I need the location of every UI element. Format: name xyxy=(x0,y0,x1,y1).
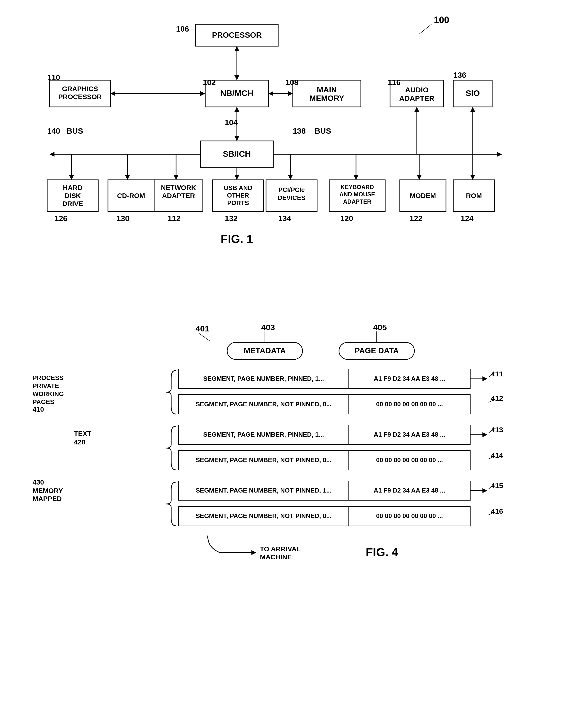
brace-memory-mapped xyxy=(166,482,176,526)
ref-102: 102 xyxy=(203,78,216,87)
pci-label2: DEVICES xyxy=(277,194,305,201)
row-411-metadata-text: SEGMENT, PAGE NUMBER, PINNED, 1... xyxy=(203,375,324,382)
arrow-cdrom xyxy=(125,175,130,180)
arrow-proc-nb-up xyxy=(234,46,239,51)
ref-134: 134 xyxy=(278,214,291,223)
ref-130: 130 xyxy=(116,214,129,223)
hdd-label2: DISK xyxy=(64,192,81,199)
page-data-label: PAGE DATA xyxy=(355,346,399,355)
process-private-label2: PRIVATE xyxy=(33,382,59,390)
cdrom-label: CD-ROM xyxy=(117,192,145,199)
row-413-data-text: A1 F9 D2 34 AA E3 48 ... xyxy=(374,431,445,438)
network-label1: NETWORK xyxy=(161,184,196,191)
kbd-label1: KEYBOARD xyxy=(341,184,374,190)
nb-mch-label: NB/MCH xyxy=(220,88,253,98)
graphics-proc-label2: PROCESSOR xyxy=(58,93,102,101)
arrow-usb xyxy=(234,175,239,180)
row-415-metadata-text: SEGMENT, PAGE NUMBER, NOT PINNED, 1... xyxy=(195,487,332,494)
ref-401: 401 xyxy=(195,324,209,333)
hdd-label1: HARD xyxy=(63,184,82,191)
audio-adapter-label2: ADAPTER xyxy=(399,94,434,102)
process-private-label4: PAGES xyxy=(33,398,54,406)
bus-140-label: BUS xyxy=(67,127,83,135)
row-416-metadata-text: SEGMENT, PAGE NUMBER, NOT PINNED, 0... xyxy=(195,512,332,520)
process-private-label1: PROCESS xyxy=(33,374,63,381)
row-411-data-text: A1 F9 D2 34 AA E3 48 ... xyxy=(374,375,445,382)
row-413-metadata-text: SEGMENT, PAGE NUMBER, PINNED, 1... xyxy=(203,431,324,438)
row-412-data-text: 00 00 00 00 00 00 00 ... xyxy=(376,400,443,408)
brace-process-private xyxy=(166,370,176,414)
ref-414: 414 xyxy=(491,451,503,459)
arrow-bus-right xyxy=(497,152,502,157)
audio-adapter-label: AUDIO xyxy=(405,86,429,94)
kbd-label3: ADAPTER xyxy=(343,198,371,205)
ref-122: 122 xyxy=(410,214,422,223)
text-label: TEXT xyxy=(74,430,91,437)
ref-132: 132 xyxy=(225,214,237,223)
main-memory-label2: MEMORY xyxy=(309,94,344,103)
ref-420: 420 xyxy=(74,438,85,446)
arrow-rom xyxy=(470,175,475,180)
usb-label3: PORTS xyxy=(227,199,249,207)
fig1-diagram: 100 PROCESSOR 106 NB/MCH 102 MAIN MEMORY xyxy=(25,10,536,301)
pci-label1: PCI/PCIe xyxy=(278,186,305,193)
arrow-nb-sb-up xyxy=(234,107,239,112)
metadata-label: METADATA xyxy=(244,346,286,355)
arrow-nb-mm-left xyxy=(268,91,273,96)
arrow-sio-up xyxy=(470,107,475,112)
ref-138: 138 xyxy=(293,127,306,135)
bus-138-label: BUS xyxy=(315,127,331,135)
sb-ich-label: SB/ICH xyxy=(223,149,251,158)
ref-140: 140 xyxy=(47,127,60,135)
network-label2: ADAPTER xyxy=(162,192,195,199)
fig4-container: 401 403 405 METADATA PAGE DATA PROCESS P… xyxy=(25,317,536,707)
row-415-data-text: A1 F9 D2 34 AA E3 48 ... xyxy=(374,487,445,494)
arrow-pci xyxy=(288,175,293,180)
fig4-label: FIG. 4 xyxy=(366,546,398,559)
ref-104: 104 xyxy=(225,118,238,127)
arrow-audio-up xyxy=(414,107,419,112)
ref-100: 100 xyxy=(434,15,449,25)
ref-430: 430 xyxy=(33,478,44,486)
ref-110: 110 xyxy=(47,73,60,82)
ref-405: 405 xyxy=(373,323,387,332)
arrow-411-head xyxy=(483,376,487,381)
process-private-label3: WORKING xyxy=(33,390,64,398)
rom-label: ROM xyxy=(466,192,482,199)
arrow-net xyxy=(174,175,178,180)
row-416-data-text: 00 00 00 00 00 00 00 ... xyxy=(376,512,443,520)
svg-line-18 xyxy=(198,333,210,341)
fig4-diagram: 401 403 405 METADATA PAGE DATA PROCESS P… xyxy=(25,317,536,706)
row-414-data-text: 00 00 00 00 00 00 00 ... xyxy=(376,456,443,464)
arrow-415-head xyxy=(483,488,487,493)
hdd-label3: DRIVE xyxy=(62,200,83,208)
arrow-kbd xyxy=(354,175,359,180)
ref-120: 120 xyxy=(340,214,353,223)
main-memory-label: MAIN xyxy=(317,85,337,94)
modem-label: MODEM xyxy=(410,192,436,199)
ref-136: 136 xyxy=(453,71,466,79)
ref-126: 126 xyxy=(54,214,67,223)
to-arrival-arrow xyxy=(208,536,256,553)
arrow-bus-left xyxy=(50,152,54,157)
kbd-label2: AND MOUSE xyxy=(339,191,375,198)
row-414-metadata-text: SEGMENT, PAGE NUMBER, NOT PINNED, 0... xyxy=(195,456,332,464)
ref-112: 112 xyxy=(167,214,180,223)
graphics-proc-label: GRAPHICS xyxy=(62,85,98,93)
arrow-nb-mm-right xyxy=(288,91,293,96)
to-arrival-label2: MACHINE xyxy=(260,553,292,561)
arrow-gfx-nb-left xyxy=(110,91,115,96)
usb-label1: USB AND xyxy=(224,184,252,191)
arrow-proc-nb-down xyxy=(234,75,239,80)
brace-text xyxy=(166,426,176,470)
ref-410: 410 xyxy=(33,406,44,413)
sio-label: SIO xyxy=(465,88,480,98)
arrow-gfx-nb-right xyxy=(200,91,205,96)
arrow-nb-sb-down xyxy=(234,136,239,141)
ref-416: 416 xyxy=(491,507,503,515)
arrow-hdd xyxy=(69,175,74,180)
fig1-label: FIG. 1 xyxy=(220,233,253,245)
to-arrival-label1: TO ARRIVAL xyxy=(260,545,301,553)
ref-403: 403 xyxy=(261,323,275,332)
processor-label: PROCESSOR xyxy=(212,31,261,39)
